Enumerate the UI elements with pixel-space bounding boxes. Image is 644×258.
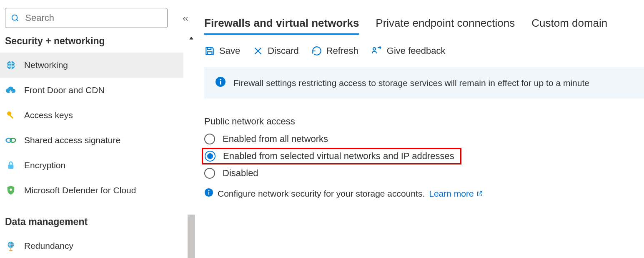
radio-label: Enabled from selected virtual networks a… (223, 151, 454, 162)
toolbar: Save Discard Refresh Give feedback (204, 35, 644, 67)
configure-hint: Configure network security for your stor… (204, 188, 644, 199)
shield-icon (5, 185, 17, 196)
search-icon (10, 12, 20, 24)
svg-rect-12 (208, 47, 211, 49)
refresh-label: Refresh (326, 46, 358, 56)
radio-icon[interactable] (204, 168, 215, 179)
radio-icon[interactable] (205, 151, 216, 162)
info-banner: Firewall settings restricting access to … (204, 67, 644, 99)
svg-point-22 (208, 190, 210, 191)
tab-private-endpoint[interactable]: Private endpoint connections (376, 17, 515, 35)
section-header-data: Data management (0, 214, 195, 233)
save-label: Save (219, 46, 240, 56)
scroll-up-icon[interactable] (188, 35, 195, 50)
sidebar-item-encryption[interactable]: Encryption (0, 153, 183, 178)
sidebar-item-sas[interactable]: Shared access signature (0, 128, 183, 153)
search-wrap (0, 8, 195, 33)
radio-icon[interactable] (204, 134, 215, 144)
public-access-title: Public network access (204, 116, 644, 127)
feedback-button[interactable]: Give feedback (371, 46, 446, 56)
svg-rect-13 (208, 52, 212, 55)
sidebar-item-front-door[interactable]: Front Door and CDN (0, 78, 183, 103)
sidebar-item-label: Front Door and CDN (24, 85, 105, 95)
radio-enabled-selected[interactable]: Enabled from selected virtual networks a… (202, 148, 461, 164)
collapse-icon[interactable] (182, 15, 189, 24)
svg-point-19 (220, 79, 221, 80)
tab-custom-domain[interactable]: Custom domain (531, 17, 607, 35)
radio-enabled-all[interactable]: Enabled from all networks (204, 130, 644, 148)
svg-marker-2 (189, 37, 193, 40)
search-input[interactable] (24, 12, 163, 24)
external-link-icon (476, 190, 483, 197)
sidebar-item-label: Networking (24, 60, 68, 70)
refresh-button[interactable]: Refresh (311, 46, 358, 56)
svg-rect-18 (220, 81, 221, 85)
svg-rect-9 (8, 164, 14, 169)
section-header-security: Security + networking (0, 33, 195, 53)
scrollbar-thumb[interactable] (188, 215, 195, 258)
sidebar-item-label: Encryption (24, 160, 65, 170)
svg-point-16 (373, 48, 376, 50)
sidebar: Security + networking Networking Front D… (0, 0, 195, 258)
cloud-icon (5, 84, 17, 96)
hint-text: Configure network security for your stor… (218, 189, 425, 199)
sidebar-item-redundancy[interactable]: Redundancy (0, 233, 183, 258)
tab-firewalls[interactable]: Firewalls and virtual networks (204, 17, 359, 35)
svg-rect-6 (10, 115, 13, 119)
sidebar-item-access-keys[interactable]: Access keys (0, 103, 183, 128)
sidebar-item-networking[interactable]: Networking (0, 53, 183, 78)
banner-text: Firewall settings restricting access to … (233, 78, 589, 88)
search-box[interactable] (5, 8, 168, 28)
sidebar-item-label: Microsoft Defender for Cloud (24, 185, 136, 195)
radio-disabled[interactable]: Disabled (204, 164, 644, 182)
key-icon (5, 109, 17, 121)
svg-line-1 (16, 20, 18, 21)
sidebar-item-label: Redundancy (24, 241, 73, 251)
sidebar-item-defender[interactable]: Microsoft Defender for Cloud (0, 178, 183, 203)
sidebar-item-label: Shared access signature (24, 135, 120, 145)
discard-label: Discard (268, 46, 299, 56)
learn-more-link[interactable]: Learn more (429, 189, 483, 199)
globe-stand-icon (5, 240, 17, 252)
info-icon (204, 188, 213, 199)
svg-point-8 (10, 138, 15, 142)
tabs: Firewalls and virtual networks Private e… (204, 0, 644, 35)
main-panel: Firewalls and virtual networks Private e… (195, 0, 644, 258)
svg-point-0 (12, 15, 17, 20)
globe-icon (5, 59, 17, 71)
feedback-label: Give feedback (387, 46, 446, 56)
sidebar-item-label: Access keys (24, 110, 73, 120)
discard-button[interactable]: Discard (253, 46, 299, 56)
info-icon (215, 76, 226, 89)
lock-icon (5, 159, 17, 171)
save-button[interactable]: Save (204, 46, 240, 56)
radio-label: Disabled (223, 168, 258, 179)
svg-point-10 (10, 188, 12, 191)
radio-label: Enabled from all networks (223, 134, 328, 144)
svg-rect-21 (208, 192, 209, 195)
link-icon (5, 134, 17, 146)
